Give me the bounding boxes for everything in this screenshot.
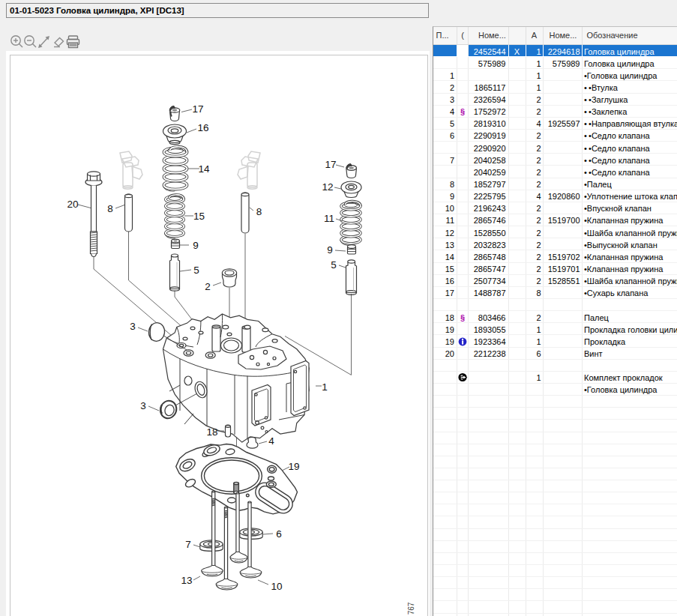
svg-text:16: 16 — [197, 122, 208, 133]
svg-text:4: 4 — [268, 435, 274, 447]
svg-text:3: 3 — [130, 321, 136, 332]
svg-text:9: 9 — [193, 240, 199, 251]
svg-text:8: 8 — [256, 206, 262, 217]
svg-text:18: 18 — [206, 426, 217, 438]
svg-text:7: 7 — [185, 539, 191, 550]
svg-text:11: 11 — [324, 213, 334, 224]
svg-text:14: 14 — [198, 163, 210, 175]
svg-text:767: 767 — [407, 602, 415, 615]
svg-text:9: 9 — [327, 244, 333, 256]
svg-text:15: 15 — [193, 211, 205, 222]
svg-text:19: 19 — [288, 461, 299, 472]
svg-text:2: 2 — [205, 281, 211, 292]
svg-text:20: 20 — [67, 199, 78, 210]
svg-text:5: 5 — [331, 259, 337, 271]
svg-text:6: 6 — [276, 528, 282, 540]
svg-text:12: 12 — [322, 181, 333, 193]
svg-text:17: 17 — [192, 103, 203, 115]
svg-text:3: 3 — [140, 400, 146, 411]
svg-text:8: 8 — [107, 203, 113, 214]
svg-text:17: 17 — [325, 159, 336, 170]
svg-text:5: 5 — [193, 265, 199, 276]
svg-text:13: 13 — [181, 575, 192, 586]
svg-text:10: 10 — [271, 581, 282, 592]
svg-text:1: 1 — [322, 381, 328, 393]
